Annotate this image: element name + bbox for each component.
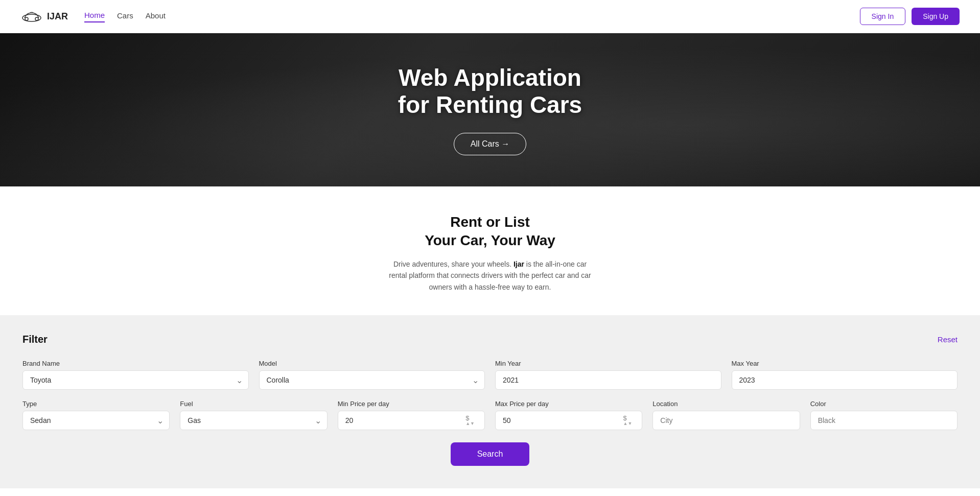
max-year-label: Max Year (732, 360, 958, 367)
all-cars-button[interactable]: All Cars → (454, 133, 526, 155)
type-label: Type (22, 400, 170, 408)
filter-section: Filter Reset Brand Name Toyota Model Cor… (0, 315, 980, 488)
min-price-wrapper: $▲▼ (338, 411, 485, 430)
nav-right: Sign In Sign Up (860, 8, 960, 25)
color-input[interactable] (810, 411, 958, 430)
filter-group-brand: Brand Name Toyota (22, 360, 249, 390)
tagline-brand: Ijar (514, 260, 524, 268)
min-price-label: Min Price per day (338, 400, 485, 408)
signin-button[interactable]: Sign In (860, 8, 906, 25)
brand-name-select[interactable]: Toyota (22, 370, 249, 390)
type-select[interactable]: Sedan (22, 411, 170, 430)
filter-group-model: Model Corolla (259, 360, 485, 390)
hero-title: Web Application for Renting Cars (398, 64, 582, 119)
max-price-wrapper: $▲▼ (495, 411, 642, 430)
nav-left: IJAR Home Cars About (20, 9, 166, 24)
nav-link-home[interactable]: Home (84, 11, 105, 22)
filter-row-1: Brand Name Toyota Model Corolla Min Year… (22, 360, 958, 390)
max-price-input[interactable] (495, 411, 642, 430)
filter-group-type: Type Sedan (22, 400, 170, 430)
tagline-section: Rent or List Your Car, Your Way Drive ad… (0, 186, 980, 315)
fuel-label: Fuel (180, 400, 327, 408)
hero-section: Web Application for Renting Cars All Car… (0, 33, 980, 186)
min-price-symbol: $▲▼ (465, 415, 475, 426)
location-label: Location (652, 400, 800, 408)
logo: IJAR (20, 9, 68, 24)
svg-point-2 (35, 17, 38, 20)
color-label: Color (810, 400, 958, 408)
svg-point-1 (25, 17, 28, 20)
search-button[interactable]: Search (451, 442, 530, 466)
model-select[interactable]: Corolla (259, 370, 485, 390)
filter-row-2: Type Sedan Fuel Gas Min Price per day $▲… (22, 400, 958, 430)
fuel-select[interactable]: Gas (180, 411, 327, 430)
nav-link-cars[interactable]: Cars (117, 11, 133, 22)
max-price-symbol: $▲▼ (623, 415, 632, 426)
filter-title: Filter (22, 334, 48, 345)
signup-button[interactable]: Sign Up (912, 8, 960, 25)
min-year-label: Min Year (495, 360, 721, 367)
max-year-input[interactable] (732, 370, 958, 390)
model-select-wrapper: Corolla (259, 370, 485, 390)
reset-button[interactable]: Reset (938, 335, 958, 344)
brand-name-label: Brand Name (22, 360, 249, 367)
nav-link-about[interactable]: About (146, 11, 166, 22)
fuel-select-wrapper: Gas (180, 411, 327, 430)
navbar: IJAR Home Cars About Sign In Sign Up (0, 0, 980, 33)
brand-name-select-wrapper: Toyota (22, 370, 249, 390)
filter-group-max-price: Max Price per day $▲▼ (495, 400, 642, 430)
tagline-description: Drive adventures, share your wheels. Ija… (388, 258, 592, 293)
min-year-input[interactable] (495, 370, 721, 390)
filter-group-location: Location (652, 400, 800, 430)
filter-group-max-year: Max Year (732, 360, 958, 390)
logo-icon (20, 9, 43, 24)
logo-text: IJAR (47, 11, 68, 22)
filter-group-color: Color (810, 400, 958, 430)
filter-group-fuel: Fuel Gas (180, 400, 327, 430)
filter-header: Filter Reset (22, 334, 958, 345)
model-label: Model (259, 360, 485, 367)
hero-content: Web Application for Renting Cars All Car… (398, 64, 582, 155)
filter-group-min-price: Min Price per day $▲▼ (338, 400, 485, 430)
nav-links: Home Cars About (84, 11, 166, 22)
filter-actions: Search (22, 442, 958, 466)
tagline-title: Rent or List Your Car, Your Way (10, 213, 970, 250)
max-price-label: Max Price per day (495, 400, 642, 408)
location-input[interactable] (652, 411, 800, 430)
filter-group-min-year: Min Year (495, 360, 721, 390)
type-select-wrapper: Sedan (22, 411, 170, 430)
min-price-input[interactable] (338, 411, 485, 430)
